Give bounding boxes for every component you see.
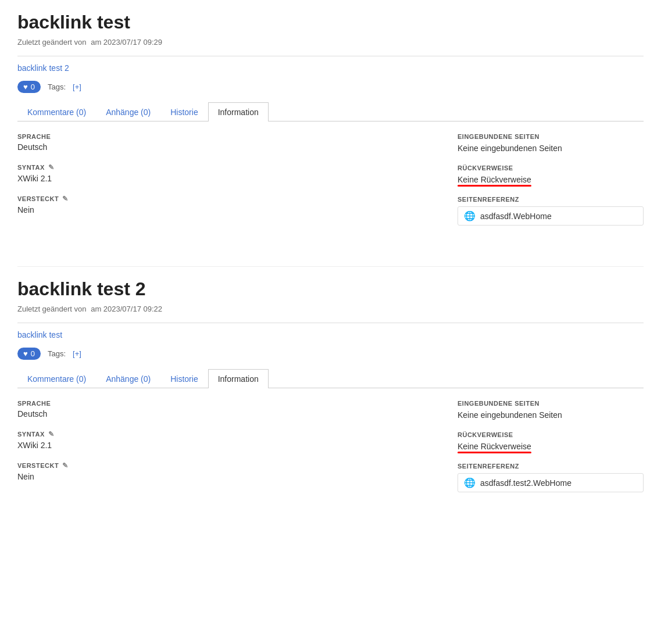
info-right-2: EINGEBUNDENE SEITEN Keine eingebundenen … [458,400,644,504]
versteckt-value-1: Nein [17,205,458,214]
red-underline-2 [458,452,531,453]
tags-add-1[interactable]: [+] [73,83,81,91]
info-panel-1: SPRACHE Deutsch SYNTAX ✎ XWiki 2.1 VERST… [17,121,644,243]
rueckverweise-section-1: RÜCKVERWEISE Keine Rückverweise [458,164,644,184]
bottom-meta-1: ♥ 0 Tags: [+] [17,81,644,93]
eingebunden-label-1: EINGEBUNDENE SEITEN [458,133,644,140]
section-divider [17,266,644,267]
info-panel-2: SPRACHE Deutsch SYNTAX ✎ XWiki 2.1 VERST… [17,388,644,510]
versteckt-edit-icon-1[interactable]: ✎ [62,195,69,203]
tab-information-2[interactable]: Information [208,369,269,388]
sprache-field-2: SPRACHE Deutsch [17,400,458,418]
info-left-1: SPRACHE Deutsch SYNTAX ✎ XWiki 2.1 VERST… [17,133,458,237]
meta-line-1: Zuletzt geändert von am 2023/07/17 09:29 [17,38,644,46]
versteckt-value-2: Nein [17,472,458,481]
syntax-label-2: SYNTAX ✎ [17,430,458,438]
like-count-1: 0 [31,83,35,91]
tab-information-1[interactable]: Information [208,102,269,121]
tab-historie-1[interactable]: Historie [160,102,208,121]
no-backlinks-1: Keine Rückverweise [458,175,531,184]
syntax-value-1: XWiki 2.1 [17,174,458,183]
heart-icon-1: ♥ [23,83,28,91]
seitenref-section-2: SEITENREFERENZ 🌐 asdfasdf.test2.WebHome [458,463,644,492]
globe-icon-1: 🌐 [464,210,476,221]
tags-add-2[interactable]: [+] [73,349,81,358]
tags-label-2: Tags: [48,349,66,358]
divider-2 [17,323,644,323]
versteckt-field-1: VERSTECKT ✎ Nein [17,195,458,214]
meta-line-2: Zuletzt geändert von am 2023/07/17 09:22 [17,305,644,313]
tab-kommentare-1[interactable]: Kommentare (0) [17,102,96,121]
versteckt-edit-icon-2[interactable]: ✎ [62,461,69,470]
meta-prefix-2: Zuletzt geändert von [17,305,87,313]
no-backlinks-2: Keine Rückverweise [458,442,531,451]
tab-kommentare-2[interactable]: Kommentare (0) [17,369,96,388]
info-right-1: EINGEBUNDENE SEITEN Keine eingebundenen … [458,133,644,237]
seitenref-value-1: asdfasdf.WebHome [480,212,552,221]
rueckverweise-value-2: Keine Rückverweise [458,442,644,451]
eingebunden-section-2: EINGEBUNDENE SEITEN Keine eingebundenen … [458,400,644,420]
syntax-label-1: SYNTAX ✎ [17,163,458,171]
tab-historie-2[interactable]: Historie [160,369,208,388]
page-title-1: backlink test [17,12,644,33]
tab-anhaenge-2[interactable]: Anhänge (0) [96,369,160,388]
rueckverweise-label-2: RÜCKVERWEISE [458,431,644,438]
meta-date-1: am 2023/07/17 09:29 [91,38,162,46]
rueckverweise-value-1: Keine Rückverweise [458,175,644,184]
eingebunden-value-2: Keine eingebundenen Seiten [458,410,644,420]
bottom-meta-2: ♥ 0 Tags: [+] [17,348,644,360]
syntax-field-1: SYNTAX ✎ XWiki 2.1 [17,163,458,183]
syntax-edit-icon-2[interactable]: ✎ [48,430,55,438]
eingebunden-value-1: Keine eingebundenen Seiten [458,144,644,153]
rueckverweise-section-2: RÜCKVERWEISE Keine Rückverweise [458,431,644,451]
sprache-label-2: SPRACHE [17,400,458,407]
page-section-2: backlink test 2 Zuletzt geändert von am … [17,278,644,510]
seitenref-label-1: SEITENREFERENZ [458,196,644,203]
heart-icon-2: ♥ [23,349,28,358]
sprache-value-2: Deutsch [17,409,458,418]
seitenref-row-2: 🌐 asdfasdf.test2.WebHome [458,473,644,492]
backlink-ref-1[interactable]: backlink test 2 [17,63,69,73]
versteckt-label-1: VERSTECKT ✎ [17,195,458,203]
sprache-value-1: Deutsch [17,142,458,152]
sprache-field-1: SPRACHE Deutsch [17,133,458,152]
meta-date-2: am 2023/07/17 09:22 [91,305,162,313]
red-underline-1 [458,185,531,187]
seitenref-row-1: 🌐 asdfasdf.WebHome [458,206,644,226]
eingebunden-label-2: EINGEBUNDENE SEITEN [458,400,644,407]
backlink-ref-2[interactable]: backlink test [17,330,62,339]
eingebunden-section-1: EINGEBUNDENE SEITEN Keine eingebundenen … [458,133,644,153]
like-button-1[interactable]: ♥ 0 [17,81,41,93]
page-section-1: backlink test Zuletzt geändert von am 20… [17,12,644,243]
sprache-label-1: SPRACHE [17,133,458,140]
seitenref-value-2: asdfasdf.test2.WebHome [480,478,571,488]
versteckt-field-2: VERSTECKT ✎ Nein [17,461,458,481]
like-button-2[interactable]: ♥ 0 [17,348,41,360]
globe-icon-2: 🌐 [464,477,476,488]
syntax-edit-icon-1[interactable]: ✎ [48,163,55,171]
tabs-bar-1: Kommentare (0) Anhänge (0) Historie Info… [17,102,644,121]
info-left-2: SPRACHE Deutsch SYNTAX ✎ XWiki 2.1 VERST… [17,400,458,504]
seitenref-label-2: SEITENREFERENZ [458,463,644,470]
tags-label-1: Tags: [48,83,66,91]
tab-anhaenge-1[interactable]: Anhänge (0) [96,102,160,121]
syntax-field-2: SYNTAX ✎ XWiki 2.1 [17,430,458,450]
tabs-bar-2: Kommentare (0) Anhänge (0) Historie Info… [17,369,644,388]
rueckverweise-label-1: RÜCKVERWEISE [458,164,644,171]
syntax-value-2: XWiki 2.1 [17,441,458,450]
page-title-2: backlink test 2 [17,278,644,300]
like-count-2: 0 [31,349,35,358]
versteckt-label-2: VERSTECKT ✎ [17,461,458,470]
meta-prefix-1: Zuletzt geändert von [17,38,87,46]
divider-1 [17,56,644,56]
seitenref-section-1: SEITENREFERENZ 🌐 asdfasdf.WebHome [458,196,644,226]
